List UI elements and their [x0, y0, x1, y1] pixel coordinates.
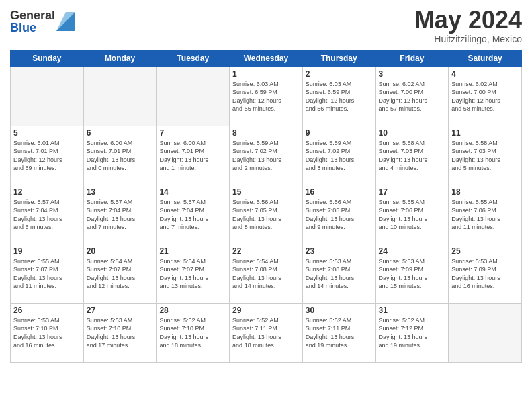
calendar-day-cell: 11Sunrise: 5:58 AM Sunset: 7:03 PM Dayli…	[449, 126, 522, 185]
day-number: 5	[13, 128, 81, 138]
calendar-week-row: 1Sunrise: 6:03 AM Sunset: 6:59 PM Daylig…	[11, 66, 522, 126]
calendar-weekday: Wednesday	[230, 50, 303, 66]
day-number: 12	[13, 187, 81, 197]
calendar-day-cell: 21Sunrise: 5:54 AM Sunset: 7:07 PM Dayli…	[157, 244, 230, 303]
calendar-day-cell: 15Sunrise: 5:56 AM Sunset: 7:05 PM Dayli…	[230, 185, 303, 244]
day-info: Sunrise: 5:56 AM Sunset: 7:05 PM Dayligh…	[306, 198, 373, 232]
calendar-day-cell: 30Sunrise: 5:52 AM Sunset: 7:11 PM Dayli…	[302, 303, 375, 362]
calendar-week-row: 12Sunrise: 5:57 AM Sunset: 7:04 PM Dayli…	[11, 185, 522, 244]
calendar-day-cell	[11, 66, 84, 126]
calendar-day-cell: 23Sunrise: 5:53 AM Sunset: 7:08 PM Dayli…	[302, 244, 375, 303]
calendar-day-cell: 31Sunrise: 5:52 AM Sunset: 7:12 PM Dayli…	[375, 303, 449, 362]
day-info: Sunrise: 6:02 AM Sunset: 7:00 PM Dayligh…	[451, 80, 519, 113]
logo-blue: Blue	[10, 21, 55, 34]
day-info: Sunrise: 5:53 AM Sunset: 7:09 PM Dayligh…	[379, 257, 446, 291]
day-info: Sunrise: 5:52 AM Sunset: 7:11 PM Dayligh…	[306, 316, 373, 350]
calendar-day-cell: 10Sunrise: 5:58 AM Sunset: 7:03 PM Dayli…	[375, 126, 449, 185]
calendar-day-cell: 13Sunrise: 5:57 AM Sunset: 7:04 PM Dayli…	[83, 185, 157, 244]
day-number: 21	[159, 246, 226, 256]
day-number: 29	[232, 306, 300, 315]
page: General Blue May 2024 Huitzitzilingo, Me…	[0, 0, 532, 411]
calendar-day-cell: 16Sunrise: 5:56 AM Sunset: 7:05 PM Dayli…	[302, 185, 375, 244]
calendar-week-row: 26Sunrise: 5:53 AM Sunset: 7:10 PM Dayli…	[11, 303, 522, 362]
day-info: Sunrise: 6:03 AM Sunset: 6:59 PM Dayligh…	[306, 80, 373, 113]
calendar-day-cell: 28Sunrise: 5:52 AM Sunset: 7:10 PM Dayli…	[157, 303, 230, 362]
svg-marker-1	[56, 12, 75, 31]
day-info: Sunrise: 6:03 AM Sunset: 6:59 PM Dayligh…	[232, 80, 300, 113]
title-area: May 2024 Huitzitzilingo, Mexico	[414, 7, 522, 44]
calendar-week-row: 19Sunrise: 5:55 AM Sunset: 7:07 PM Dayli…	[11, 244, 522, 303]
day-info: Sunrise: 6:00 AM Sunset: 7:01 PM Dayligh…	[87, 139, 154, 173]
calendar-day-cell: 25Sunrise: 5:53 AM Sunset: 7:09 PM Dayli…	[449, 244, 522, 303]
day-number: 19	[13, 246, 81, 256]
day-number: 22	[232, 246, 300, 256]
day-number: 25	[451, 246, 519, 256]
day-number: 26	[13, 306, 81, 315]
day-number: 15	[232, 187, 300, 197]
calendar-day-cell: 8Sunrise: 5:59 AM Sunset: 7:02 PM Daylig…	[230, 126, 303, 185]
day-number: 4	[451, 69, 519, 79]
day-number: 30	[306, 306, 373, 315]
day-number: 1	[232, 69, 300, 79]
day-info: Sunrise: 5:52 AM Sunset: 7:10 PM Dayligh…	[159, 316, 226, 350]
day-info: Sunrise: 5:57 AM Sunset: 7:04 PM Dayligh…	[159, 198, 226, 232]
logo-general: General	[10, 9, 55, 21]
logo-text: General Blue	[10, 9, 55, 34]
calendar-day-cell: 1Sunrise: 6:03 AM Sunset: 6:59 PM Daylig…	[230, 66, 303, 126]
day-number: 23	[306, 246, 373, 256]
day-number: 27	[87, 306, 154, 315]
day-number: 17	[379, 187, 446, 197]
day-number: 9	[306, 128, 373, 138]
calendar-day-cell: 20Sunrise: 5:54 AM Sunset: 7:07 PM Dayli…	[83, 244, 157, 303]
day-info: Sunrise: 5:53 AM Sunset: 7:10 PM Dayligh…	[13, 316, 81, 350]
day-number: 18	[451, 187, 519, 197]
header: General Blue May 2024 Huitzitzilingo, Me…	[10, 7, 522, 44]
calendar-day-cell	[449, 303, 522, 362]
day-number: 16	[306, 187, 373, 197]
day-info: Sunrise: 5:58 AM Sunset: 7:03 PM Dayligh…	[379, 139, 446, 173]
calendar-day-cell: 6Sunrise: 6:00 AM Sunset: 7:01 PM Daylig…	[83, 126, 157, 185]
calendar-day-cell: 24Sunrise: 5:53 AM Sunset: 7:09 PM Dayli…	[375, 244, 449, 303]
day-number: 11	[451, 128, 519, 138]
day-number: 14	[159, 187, 226, 197]
calendar-header-row: SundayMondayTuesdayWednesdayThursdayFrid…	[11, 50, 522, 66]
calendar-table: SundayMondayTuesdayWednesdayThursdayFrid…	[10, 50, 522, 363]
day-info: Sunrise: 5:57 AM Sunset: 7:04 PM Dayligh…	[13, 198, 81, 232]
calendar-day-cell: 12Sunrise: 5:57 AM Sunset: 7:04 PM Dayli…	[11, 185, 84, 244]
day-number: 31	[379, 306, 446, 315]
day-number: 20	[87, 246, 154, 256]
day-info: Sunrise: 5:55 AM Sunset: 7:06 PM Dayligh…	[379, 198, 446, 232]
day-info: Sunrise: 5:52 AM Sunset: 7:12 PM Dayligh…	[379, 316, 446, 350]
day-info: Sunrise: 5:58 AM Sunset: 7:03 PM Dayligh…	[451, 139, 519, 173]
calendar-day-cell: 2Sunrise: 6:03 AM Sunset: 6:59 PM Daylig…	[302, 66, 375, 126]
calendar-day-cell: 9Sunrise: 5:59 AM Sunset: 7:02 PM Daylig…	[302, 126, 375, 185]
day-info: Sunrise: 5:56 AM Sunset: 7:05 PM Dayligh…	[232, 198, 300, 232]
day-info: Sunrise: 5:53 AM Sunset: 7:08 PM Dayligh…	[306, 257, 373, 291]
day-info: Sunrise: 5:52 AM Sunset: 7:11 PM Dayligh…	[232, 316, 300, 350]
day-number: 24	[379, 246, 446, 256]
day-number: 7	[159, 128, 226, 138]
calendar-weekday: Tuesday	[157, 50, 230, 66]
calendar-week-row: 5Sunrise: 6:01 AM Sunset: 7:01 PM Daylig…	[11, 126, 522, 185]
day-info: Sunrise: 5:55 AM Sunset: 7:06 PM Dayligh…	[451, 198, 519, 232]
logo: General Blue	[10, 9, 75, 34]
calendar-day-cell: 17Sunrise: 5:55 AM Sunset: 7:06 PM Dayli…	[375, 185, 449, 244]
day-number: 2	[306, 69, 373, 79]
day-info: Sunrise: 5:54 AM Sunset: 7:08 PM Dayligh…	[232, 257, 300, 291]
day-number: 6	[87, 128, 154, 138]
day-number: 3	[379, 69, 446, 79]
day-number: 28	[159, 306, 226, 315]
calendar-day-cell: 4Sunrise: 6:02 AM Sunset: 7:00 PM Daylig…	[449, 66, 522, 126]
calendar-day-cell	[83, 66, 157, 126]
calendar-day-cell: 7Sunrise: 6:00 AM Sunset: 7:01 PM Daylig…	[157, 126, 230, 185]
calendar-weekday: Monday	[83, 50, 157, 66]
month-title: May 2024	[414, 7, 522, 34]
day-info: Sunrise: 5:59 AM Sunset: 7:02 PM Dayligh…	[232, 139, 300, 173]
day-info: Sunrise: 5:55 AM Sunset: 7:07 PM Dayligh…	[13, 257, 81, 291]
calendar-day-cell: 22Sunrise: 5:54 AM Sunset: 7:08 PM Dayli…	[230, 244, 303, 303]
day-info: Sunrise: 5:53 AM Sunset: 7:10 PM Dayligh…	[87, 316, 154, 350]
calendar-day-cell: 27Sunrise: 5:53 AM Sunset: 7:10 PM Dayli…	[83, 303, 157, 362]
calendar-weekday: Sunday	[11, 50, 84, 66]
day-info: Sunrise: 5:59 AM Sunset: 7:02 PM Dayligh…	[306, 139, 373, 173]
calendar-weekday: Saturday	[449, 50, 522, 66]
